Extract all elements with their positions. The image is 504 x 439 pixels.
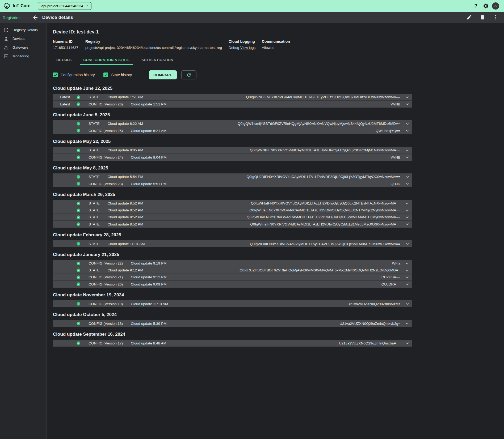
group-rows: STATE Cloud update 11:01 AM Q0IgWFlaIFN0…	[53, 240, 412, 247]
entry-time: Cloud update 8:04 PM	[131, 155, 166, 159]
history-row[interactable]: STATE Cloud update 8:52 PM Q0IgWFlaIFN0Y…	[53, 200, 412, 207]
monitoring-icon	[3, 54, 9, 59]
back-button[interactable]	[32, 14, 39, 21]
history-row[interactable]: CONFIG (Version 21) Cloud update 9:12 PM…	[53, 274, 412, 281]
entry-payload: Q0IgQW1lcmljYSBTdGF0ZVRleHQgMjAyNS0wNi0w…	[238, 122, 400, 126]
history-row[interactable]: CONFIG (Version 19) Cloud update 11:13 A…	[53, 300, 412, 307]
history-row[interactable]: CONFIG (Version 22) Cloud update 9:19 PM…	[53, 260, 412, 267]
chevron-down-icon[interactable]	[405, 321, 410, 326]
chevron-down-icon[interactable]	[405, 174, 410, 180]
history-row[interactable]: CONFIG (Version 20) Cloud update 9:09 PM…	[53, 281, 412, 288]
entry-payload: VVNB	[390, 102, 400, 106]
sidebar-item-devices[interactable]: Devices	[0, 34, 47, 43]
history-row[interactable]: STATE Cloud update 5:54 PM Q0IgQUJDIFN0Y…	[53, 173, 412, 180]
history-row[interactable]: STATE Cloud update 8:05 PM Q0IgVVNBIFN0Y…	[53, 147, 412, 154]
compare-button[interactable]: COMPARE	[149, 70, 177, 79]
history-row[interactable]: STATE Cloud update 8:52 PM Q0IgWFlaIFN0Y…	[53, 221, 412, 228]
registries-breadcrumb[interactable]: Registries	[3, 15, 20, 20]
project-selector-value: api-project-320446546234	[41, 4, 83, 8]
delete-button[interactable]	[480, 14, 486, 21]
history-controls: Configuration history State history COMP…	[53, 70, 504, 79]
chevron-down-icon[interactable]	[405, 261, 410, 266]
chevron-down-icon[interactable]	[405, 282, 410, 287]
history-row[interactable]: STATE Cloud update 8:52 PM Q0IgWFlaIFN0Y…	[53, 214, 412, 221]
cloud-logging-label: Cloud Logging	[229, 39, 262, 44]
communication-label: Communication	[262, 39, 290, 44]
project-selector[interactable]: api-project-320446546234	[38, 2, 92, 10]
tab-details[interactable]: DETAILS	[53, 55, 75, 65]
chevron-down-icon[interactable]	[405, 241, 410, 246]
chevron-down-icon[interactable]	[405, 121, 410, 126]
configuration-history-checkbox[interactable]	[53, 73, 58, 77]
group-rows: STATE Cloud update 8:05 PM Q0IgVVNBIFN0Y…	[53, 147, 412, 161]
chevron-down-icon[interactable]	[405, 215, 410, 220]
chevron-down-icon[interactable]	[405, 208, 410, 213]
chevron-down-icon[interactable]	[405, 221, 410, 227]
help-button[interactable]: ?	[472, 2, 480, 10]
group-heading: Cloud update May 22, 2025	[53, 139, 504, 144]
refresh-button[interactable]	[181, 70, 196, 79]
sidebar-item-gateways[interactable]: Gateways	[0, 43, 47, 52]
tab-bar: DETAILS CONFIGURATION & STATE AUTHENTICA…	[53, 55, 412, 65]
entry-payload: Q0IgQUJDIFN0YXRlVGV4dCAyMDI1LTA1LTA4VDE3…	[246, 175, 400, 179]
group-heading: Cloud update October 5, 2024	[53, 312, 504, 317]
more-options-button[interactable]	[493, 14, 499, 21]
chevron-down-icon[interactable]	[405, 148, 410, 153]
history-row[interactable]: Latest CONFIG (Version 26) Cloud update …	[53, 101, 412, 108]
history-row[interactable]: CONFIG (Version 24) Cloud update 8:04 PM…	[53, 154, 412, 161]
history-row[interactable]: CONFIG (Version 25) Cloud update 6:21 AM…	[53, 127, 412, 134]
check-circle-icon	[76, 302, 81, 306]
chevron-down-icon[interactable]	[405, 95, 410, 100]
history-group: Cloud update June 5, 2025 STATE Cloud up…	[53, 112, 504, 134]
history-row[interactable]: CONFIG (Version 23) Cloud update 5:51 PM…	[53, 180, 412, 187]
entry-type: CONFIG (Version 19)	[89, 302, 123, 306]
entry-type: CONFIG (Version 17)	[89, 341, 123, 345]
history-group: Cloud update June 12, 2025 Latest STATE …	[53, 86, 504, 108]
device-meta: Numeric ID 1716531114637 Registry projec…	[53, 39, 504, 50]
sidebar-item-registry-details[interactable]: Registry Details	[0, 25, 47, 34]
state-history-checkbox[interactable]	[103, 73, 108, 77]
history-group: Cloud update March 26, 2025 STATE Cloud …	[53, 192, 504, 228]
entry-payload: U21va2VUZXN0Q29uZmlnQmxhaA==	[339, 341, 400, 345]
avatar: A	[492, 2, 499, 10]
entry-time: Cloud update 11:13 AM	[131, 302, 168, 306]
chevron-down-icon[interactable]	[405, 340, 410, 346]
chevron-down-icon[interactable]	[405, 201, 410, 206]
page-header: Registries Device details	[0, 12, 504, 23]
chevron-down-icon[interactable]	[405, 268, 410, 273]
entry-time: Cloud update 6:21 AM	[131, 129, 166, 133]
edit-button[interactable]	[466, 14, 473, 21]
group-heading: Cloud update September 16, 2024	[53, 332, 504, 337]
chevron-down-icon[interactable]	[405, 275, 410, 280]
pencil-icon	[466, 14, 472, 20]
history-row[interactable]: STATE Cloud update 11:01 AM Q0IgWFlaIFN0…	[53, 240, 412, 247]
history-row[interactable]: CONFIG (Version 17) Cloud update 8:48 AM…	[53, 340, 412, 347]
check-circle-icon	[76, 122, 81, 126]
view-logs-link[interactable]: View logs	[240, 46, 256, 50]
entry-time: Cloud update 6:22 AM	[108, 122, 143, 126]
check-circle-icon	[76, 321, 81, 326]
chevron-down-icon[interactable]	[405, 181, 410, 186]
tab-configuration-and-state[interactable]: CONFIGURATION & STATE	[80, 55, 133, 65]
check-circle-icon	[76, 155, 81, 159]
history-row[interactable]: CONFIG (Version 18) Cloud update 5:39 PM…	[53, 320, 412, 327]
history-row[interactable]: STATE Cloud update 6:22 AM Q0IgQW1lcmljY…	[53, 120, 412, 127]
chevron-down-icon[interactable]	[405, 101, 410, 107]
tab-authentication[interactable]: AUTHENTICATION	[138, 55, 177, 65]
entry-type: CONFIG (Version 24)	[89, 155, 123, 159]
account-button[interactable]: A	[491, 2, 500, 10]
numeric-id-label: Numeric ID	[53, 39, 85, 44]
caret-down-icon	[85, 4, 90, 8]
settings-button[interactable]	[481, 2, 490, 10]
history-row[interactable]: STATE Cloud update 8:52 PM Q0IgWFlaIFN0Y…	[53, 207, 412, 214]
entry-payload: WFla	[392, 261, 401, 265]
sidebar-item-monitoring[interactable]: Monitoring	[0, 52, 47, 61]
entry-time: Cloud update 8:52 PM	[108, 201, 143, 205]
entry-payload: Q0IgWFlaIFN0YXRlVGV4dCAyMDI1LTAzLTI2VDIw…	[247, 215, 400, 219]
chevron-down-icon[interactable]	[405, 128, 410, 133]
chevron-down-icon[interactable]	[405, 155, 410, 160]
history-row[interactable]: Latest STATE Cloud update 1:51 PM Q0IgVV…	[53, 94, 412, 101]
chevron-down-icon[interactable]	[405, 301, 410, 306]
entry-type: STATE	[89, 268, 100, 272]
history-row[interactable]: STATE Cloud update 9:12 PM Q0IgRUZHSCBTd…	[53, 267, 412, 274]
